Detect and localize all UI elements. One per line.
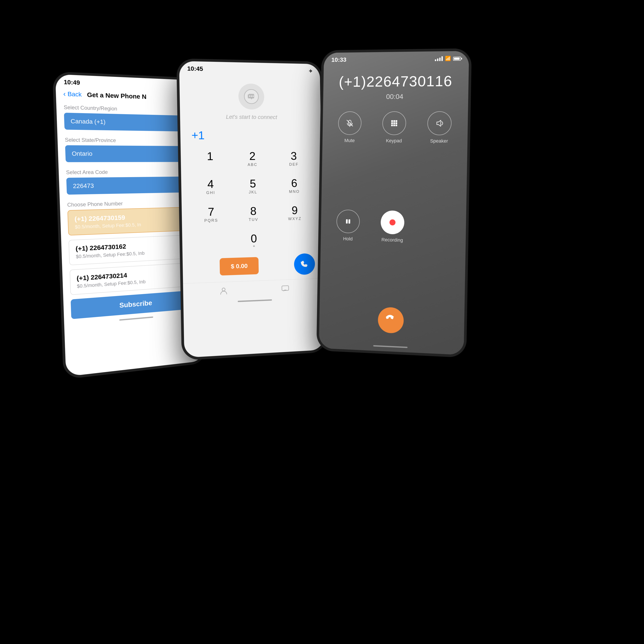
- dial-key-6[interactable]: 6 MNO: [275, 173, 314, 199]
- speaker-button[interactable]: [427, 111, 452, 135]
- svg-point-4: [222, 288, 225, 291]
- keypad-button[interactable]: [382, 111, 406, 135]
- connect-area: Let's start to connect: [179, 74, 321, 125]
- tab-messages[interactable]: [281, 284, 290, 295]
- dial-key-2[interactable]: 2 ABC: [232, 146, 272, 172]
- recording-button[interactable]: [381, 210, 405, 234]
- svg-rect-15: [346, 219, 348, 223]
- mute-label: Mute: [344, 138, 355, 143]
- dial-sub-0: +: [253, 244, 255, 249]
- svg-rect-6: [391, 120, 393, 122]
- country-code: +1: [189, 129, 313, 142]
- connect-text: Let's start to connect: [226, 114, 277, 121]
- subscribe-button[interactable]: Subscribe: [71, 290, 197, 319]
- dial-num-6: 6: [291, 178, 297, 189]
- end-call-button[interactable]: [378, 307, 404, 334]
- dial-key-1[interactable]: 1: [190, 146, 231, 172]
- phone-number-item-2[interactable]: (+1) 2264730214 $0.5/month, Setup Fee:$0…: [70, 262, 196, 295]
- time-left: 10:49: [64, 79, 80, 86]
- dial-letters-2: ABC: [248, 163, 257, 167]
- end-call-area: [319, 305, 465, 349]
- phone-number-item-1[interactable]: (+1) 2264730162 $0.5/month, Setup Fee:$0…: [68, 235, 195, 265]
- phone-middle: 10:45 ✈ Let's start to connect +1 1: [176, 58, 327, 361]
- dialpad-grid: 1 2 ABC 3 DEF 4 GHI 5 JKL: [190, 146, 314, 228]
- dial-letters-8: TUV: [249, 217, 258, 222]
- dial-num-4: 4: [207, 178, 214, 190]
- dial-letters-7: PQRS: [204, 218, 218, 223]
- recording-label: Recording: [381, 237, 403, 243]
- state-dropdown[interactable]: Ontario: [65, 145, 192, 162]
- tab-contacts[interactable]: [219, 286, 228, 297]
- record-dot-icon: [389, 219, 395, 225]
- svg-rect-8: [395, 120, 397, 122]
- hold-button[interactable]: [336, 209, 360, 233]
- svg-rect-14: [395, 125, 397, 126]
- dial-num-3: 3: [291, 150, 297, 162]
- state-label: Select State/Province: [65, 135, 191, 146]
- speaker-control: Speaker: [419, 111, 459, 205]
- dial-letters-6: MNO: [289, 189, 300, 194]
- location-arrow-middle: ✈: [309, 68, 313, 74]
- balance-button[interactable]: $ 0.00: [220, 257, 259, 275]
- connect-icon: [238, 84, 264, 110]
- dial-letters-9: WXYZ: [288, 217, 302, 222]
- call-phone-number: (+1)2264730116: [323, 72, 469, 90]
- page-title-left: Get a New Phone N: [87, 91, 147, 100]
- keypad-control: Keypad: [374, 111, 414, 204]
- dial-num-2: 2: [249, 150, 256, 162]
- dial-num-0: 0: [251, 233, 257, 244]
- dial-num-9: 9: [292, 205, 298, 216]
- time-right: 10:33: [331, 56, 346, 63]
- home-indicator-left: [119, 316, 153, 321]
- phone-right: 10:33 📶 (+1)2264730116 00:04: [316, 48, 472, 358]
- dial-letters-3: DEF: [289, 162, 299, 167]
- dialpad-area: +1 1 2 ABC 3 DEF 4 GHI: [180, 124, 323, 283]
- dial-key-3[interactable]: 3 DEF: [274, 146, 313, 171]
- area-label: Select Area Code: [66, 167, 192, 178]
- speaker-label: Speaker: [430, 138, 448, 144]
- country-dropdown[interactable]: Canada (+1): [64, 113, 191, 132]
- dial-num-1: 1: [207, 150, 213, 162]
- dial-num-8: 8: [250, 205, 257, 217]
- dial-key-7[interactable]: 7 PQRS: [190, 202, 231, 228]
- mute-button[interactable]: [338, 111, 362, 135]
- wifi-icon: 📶: [445, 56, 451, 62]
- keypad-label: Keypad: [386, 138, 402, 144]
- phone-number-item-0[interactable]: (+1) 2264730159 $0.5/month, Setup Fee:$0…: [67, 207, 194, 235]
- dial-num-5: 5: [250, 178, 256, 189]
- signal-icon: [435, 56, 443, 61]
- area-code-field[interactable]: 226473: [66, 176, 193, 195]
- back-button-left[interactable]: ‹ Back: [63, 90, 82, 99]
- hold-control: Hold: [328, 209, 367, 302]
- dial-key-5[interactable]: 5 JKL: [233, 173, 273, 199]
- svg-rect-11: [395, 122, 397, 124]
- dial-key-8[interactable]: 8 TUV: [233, 201, 273, 227]
- battery-icon: [453, 57, 461, 61]
- recording-control: Recording: [372, 210, 412, 304]
- status-bar-right: 10:33 📶: [324, 51, 469, 65]
- svg-rect-13: [393, 125, 395, 126]
- svg-rect-12: [391, 125, 393, 126]
- back-chevron-icon: ‹: [63, 90, 66, 98]
- call-screen: 10:33 📶 (+1)2264730116 00:04: [319, 51, 469, 355]
- call-duration: 00:04: [323, 92, 468, 101]
- back-label: Back: [67, 90, 82, 98]
- svg-rect-16: [349, 219, 350, 223]
- svg-rect-10: [393, 122, 395, 124]
- dial-key-4[interactable]: 4 GHI: [190, 174, 231, 200]
- call-fab-button[interactable]: [294, 253, 315, 275]
- dial-key-9[interactable]: 9 WXYZ: [275, 200, 314, 226]
- call-controls: Mute: [320, 100, 468, 310]
- status-icons-right: 📶: [435, 56, 461, 62]
- time-middle: 10:45: [187, 65, 203, 72]
- svg-rect-9: [391, 122, 393, 124]
- dial-letters-4: GHI: [206, 190, 215, 195]
- dial-num-7: 7: [208, 206, 214, 217]
- dial-letters-5: JKL: [249, 190, 257, 195]
- mute-control: Mute: [330, 111, 369, 204]
- svg-rect-7: [393, 120, 395, 122]
- dial-key-0[interactable]: 0 +: [248, 231, 259, 251]
- hold-label: Hold: [343, 236, 353, 242]
